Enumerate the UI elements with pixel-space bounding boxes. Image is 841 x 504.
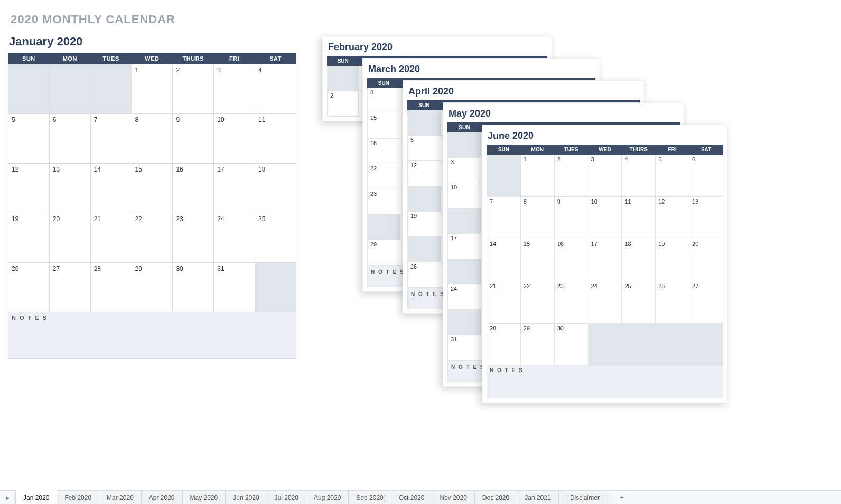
calendar-cell[interactable]: 8 xyxy=(132,114,173,164)
calendar-cell[interactable]: 2 xyxy=(328,91,359,117)
calendar-cell[interactable]: 9 xyxy=(554,197,588,239)
calendar-cell[interactable]: 19 xyxy=(656,239,689,281)
calendar-cell[interactable] xyxy=(656,324,689,366)
calendar-cell[interactable]: 7 xyxy=(90,114,132,164)
calendar-cell[interactable] xyxy=(368,215,400,240)
sheet-tab[interactable]: Dec 2020 xyxy=(475,491,517,504)
sheet-tab[interactable]: - Disclaimer - xyxy=(559,491,612,504)
calendar-cell[interactable] xyxy=(448,310,481,335)
calendar-cell[interactable]: 28 xyxy=(487,324,521,366)
calendar-cell[interactable]: 2 xyxy=(554,155,588,197)
calendar-cell[interactable]: 25 xyxy=(622,281,656,324)
calendar-cell[interactable]: 8 xyxy=(368,88,400,113)
calendar-cell[interactable]: 10 xyxy=(448,183,481,208)
calendar-cell[interactable] xyxy=(90,64,132,114)
calendar-cell[interactable]: 15 xyxy=(132,164,173,213)
calendar-cell[interactable]: 9 xyxy=(173,114,214,164)
calendar-cell[interactable] xyxy=(487,155,521,197)
calendar-cell[interactable]: 4 xyxy=(255,64,296,114)
calendar-cell[interactable] xyxy=(448,208,481,234)
calendar-cell[interactable]: 21 xyxy=(90,213,132,263)
sheet-tab[interactable]: Nov 2020 xyxy=(432,491,474,504)
calendar-cell[interactable]: 21 xyxy=(487,281,521,324)
calendar-cell[interactable] xyxy=(255,263,296,312)
calendar-cell[interactable]: 2 xyxy=(173,64,214,114)
calendar-cell[interactable]: 25 xyxy=(255,213,296,263)
calendar-cell[interactable]: 16 xyxy=(368,139,400,164)
sheet-tab[interactable]: Oct 2020 xyxy=(391,491,433,504)
calendar-cell[interactable]: 13 xyxy=(689,197,723,239)
sheet-tab[interactable]: Aug 2020 xyxy=(306,491,349,504)
add-sheet-button[interactable]: + xyxy=(611,491,632,504)
calendar-cell[interactable]: 12 xyxy=(408,161,441,186)
calendar-cell[interactable]: 23 xyxy=(554,281,588,324)
calendar-cell[interactable]: 19 xyxy=(8,213,50,263)
calendar-cell[interactable]: 17 xyxy=(214,164,255,213)
sheet-tab[interactable]: Mar 2020 xyxy=(99,491,142,504)
calendar-cell[interactable]: 29 xyxy=(520,324,554,366)
calendar-cell[interactable]: 31 xyxy=(214,263,255,312)
tabs-nav-play-icon[interactable]: ▸ xyxy=(0,491,16,504)
calendar-cell[interactable]: 23 xyxy=(368,189,400,215)
calendar-cell[interactable] xyxy=(408,110,441,136)
calendar-cell[interactable]: 26 xyxy=(8,263,50,312)
sheet-tab[interactable]: Jul 2020 xyxy=(267,491,306,504)
calendar-cell[interactable]: 8 xyxy=(520,197,554,239)
calendar-cell[interactable]: 15 xyxy=(368,113,400,139)
calendar-cell[interactable]: 5 xyxy=(656,155,689,197)
calendar-cell[interactable] xyxy=(328,66,359,91)
calendar-cell[interactable]: 20 xyxy=(49,213,90,263)
calendar-cell[interactable]: 10 xyxy=(588,197,622,239)
calendar-cell[interactable]: 11 xyxy=(255,114,296,164)
calendar-cell[interactable] xyxy=(49,64,90,114)
calendar-cell[interactable]: 14 xyxy=(487,239,521,281)
calendar-cell[interactable]: 18 xyxy=(255,164,296,213)
sheet-tab[interactable]: Sep 2020 xyxy=(349,491,391,504)
calendar-cell[interactable] xyxy=(408,186,441,212)
calendar-cell[interactable]: 30 xyxy=(173,263,214,312)
sheet-tab[interactable]: May 2020 xyxy=(183,491,226,504)
calendar-cell[interactable]: 24 xyxy=(588,281,622,324)
calendar-cell[interactable]: 17 xyxy=(448,234,481,259)
calendar-cell[interactable]: 11 xyxy=(622,197,656,239)
sheet-tab[interactable]: Jan 2020 xyxy=(16,490,57,504)
calendar-cell[interactable]: 6 xyxy=(49,114,90,164)
calendar-cell[interactable]: 13 xyxy=(49,164,90,213)
calendar-cell[interactable]: 5 xyxy=(8,114,50,164)
calendar-cell[interactable]: 29 xyxy=(368,240,400,265)
calendar-cell[interactable]: 23 xyxy=(173,213,214,263)
calendar-cell[interactable]: 3 xyxy=(448,158,481,183)
calendar-cell[interactable]: 22 xyxy=(368,164,400,189)
calendar-cell[interactable]: 14 xyxy=(90,164,132,213)
calendar-cell[interactable]: 12 xyxy=(656,197,689,239)
calendar-cell[interactable] xyxy=(408,237,441,262)
calendar-cell[interactable] xyxy=(588,324,622,366)
calendar-cell[interactable]: 29 xyxy=(132,263,173,312)
calendar-cell[interactable] xyxy=(448,259,481,284)
calendar-cell[interactable]: 6 xyxy=(689,155,723,197)
sheet-tab[interactable]: Jan 2021 xyxy=(517,491,558,504)
calendar-cell[interactable]: 31 xyxy=(448,335,481,360)
calendar-cell[interactable]: 1 xyxy=(132,64,173,114)
calendar-cell[interactable]: 24 xyxy=(448,284,481,310)
calendar-cell[interactable]: 7 xyxy=(487,197,521,239)
sheet-tab[interactable]: Jun 2020 xyxy=(226,491,267,504)
notes-area[interactable]: N O T E S xyxy=(8,312,296,359)
calendar-cell[interactable]: 20 xyxy=(689,239,723,281)
calendar-cell[interactable]: 5 xyxy=(408,136,441,161)
calendar-cell[interactable]: 19 xyxy=(408,212,441,237)
calendar-cell[interactable]: 10 xyxy=(214,114,255,164)
calendar-cell[interactable] xyxy=(448,132,481,158)
calendar-cell[interactable]: 16 xyxy=(554,239,588,281)
calendar-cell[interactable]: 28 xyxy=(90,263,132,312)
calendar-cell[interactable]: 16 xyxy=(173,164,214,213)
calendar-cell[interactable]: 24 xyxy=(214,213,255,263)
calendar-cell[interactable]: 15 xyxy=(520,239,554,281)
calendar-cell[interactable]: 3 xyxy=(588,155,622,197)
calendar-cell[interactable]: 4 xyxy=(622,155,656,197)
calendar-cell[interactable]: 26 xyxy=(408,262,441,288)
calendar-cell[interactable]: 26 xyxy=(656,281,689,324)
calendar-cell[interactable]: 30 xyxy=(554,324,588,366)
calendar-cell[interactable]: 12 xyxy=(8,164,50,213)
calendar-cell[interactable]: 22 xyxy=(132,213,173,263)
